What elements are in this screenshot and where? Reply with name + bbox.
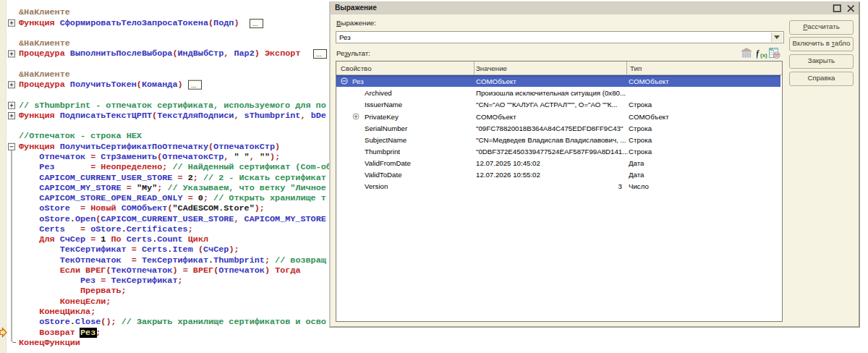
svg-text:(x): (x) (760, 52, 767, 59)
svg-text:...: ... (252, 20, 258, 27)
svg-text:f: f (757, 48, 760, 59)
svg-text:...: ... (316, 51, 322, 58)
svg-text:...: ... (191, 82, 197, 89)
